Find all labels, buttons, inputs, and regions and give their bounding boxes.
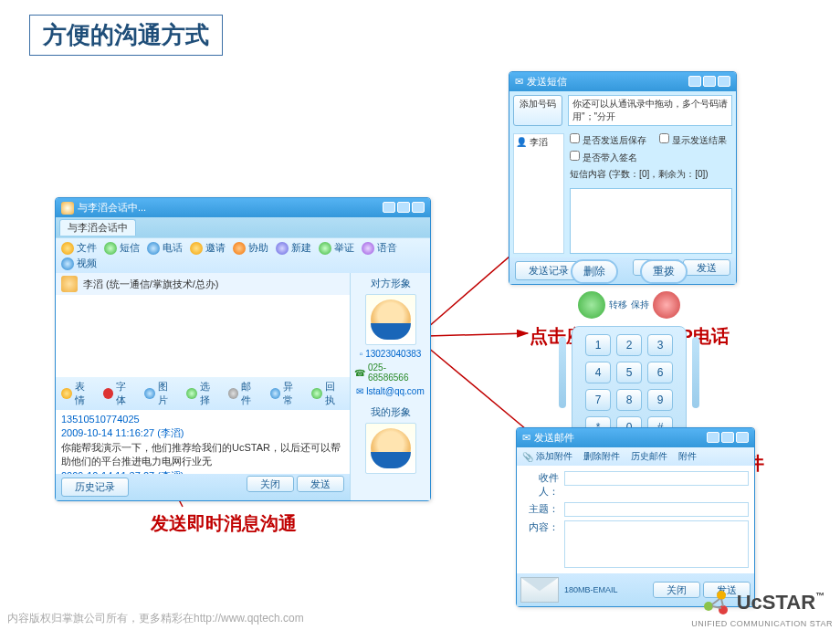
- transfer-label: 转移: [609, 299, 627, 311]
- svg-point-4: [704, 602, 713, 611]
- sms-icon: ✉: [515, 76, 523, 88]
- tel-link[interactable]: ☎025-68586566: [354, 362, 426, 383]
- call-transfer-icon[interactable]: [578, 291, 605, 319]
- mail-del-attach[interactable]: 删除附件: [583, 450, 620, 463]
- mobile-icon: ▫: [360, 349, 363, 359]
- slide-title: 方便的沟通方式: [43, 19, 209, 51]
- tb-new[interactable]: 新建: [276, 241, 311, 255]
- mail-history[interactable]: 历史邮件: [631, 450, 667, 463]
- sms-body-input[interactable]: [570, 188, 732, 254]
- mail-attach[interactable]: 附件: [678, 450, 697, 463]
- opt-showrecv[interactable]: 显示发送结果: [659, 133, 727, 147]
- mail-to-input[interactable]: [564, 471, 749, 486]
- envelope-icon: [520, 577, 559, 603]
- mtb-receipt[interactable]: 回执: [311, 380, 344, 407]
- tb-phone[interactable]: 电话: [147, 241, 183, 255]
- email-link[interactable]: ✉lstalt@qq.com: [356, 386, 425, 396]
- chat-close-button[interactable]: 关闭: [247, 476, 294, 492]
- mtb-image[interactable]: 图片: [144, 380, 177, 407]
- history-button[interactable]: 历史记录: [61, 478, 129, 497]
- key-9[interactable]: 9: [647, 389, 673, 411]
- slide-title-box: 方便的沟通方式: [29, 15, 223, 56]
- chat-window-title: 与李滔会话中...: [78, 201, 146, 215]
- sms-count-label: 短信内容 (字数：[0]，剩余为：[0]): [570, 168, 732, 181]
- self-avatar: [365, 423, 416, 474]
- mtb-emoji[interactable]: 表情: [61, 380, 94, 407]
- tb-file[interactable]: 文件: [61, 241, 97, 255]
- svg-line-2: [427, 347, 537, 438]
- keypad: 1 2 3 4 5 6 7 8 9 * 0 #: [585, 334, 673, 438]
- tb-video[interactable]: 视频: [61, 257, 97, 270]
- chat-send-button[interactable]: 发送: [297, 476, 344, 492]
- mtb-select[interactable]: 选择: [186, 380, 219, 407]
- key-6[interactable]: 6: [647, 362, 673, 383]
- other-avatar-label: 对方形象: [371, 277, 411, 290]
- key-4[interactable]: 4: [585, 362, 611, 383]
- mail-window-title: 发送邮件: [534, 431, 574, 445]
- mobile-link[interactable]: ▫13023040383: [360, 349, 422, 359]
- mail-body-input[interactable]: [564, 520, 749, 568]
- tb-voice[interactable]: 语音: [362, 241, 397, 255]
- tb-sms[interactable]: 短信: [104, 241, 140, 255]
- dial-delete-button[interactable]: 删除: [571, 259, 618, 284]
- annotation-im: 发送即时消息沟通: [151, 511, 297, 536]
- mtb-abnormal[interactable]: 异常: [270, 380, 303, 407]
- key-1[interactable]: 1: [585, 334, 611, 356]
- key-2[interactable]: 2: [616, 334, 642, 356]
- mail-to-label: 收件人：: [522, 471, 559, 499]
- mtb-font[interactable]: 字体: [103, 380, 136, 407]
- sms-window-title: 发送短信: [527, 75, 567, 89]
- key-3[interactable]: 3: [647, 334, 673, 356]
- sms-window: ✉发送短信 添加号码 你还可以从通讯录中拖动，多个号码请用"；"分开 👤 李滔 …: [509, 71, 737, 285]
- tb-evidence[interactable]: 举证: [319, 241, 354, 255]
- other-avatar: [365, 294, 416, 345]
- tb-invite[interactable]: 邀请: [190, 241, 226, 255]
- chat-tab[interactable]: 与李滔会话中: [59, 219, 136, 236]
- opt-sign[interactable]: 是否带入签名: [570, 151, 637, 164]
- app-icon: [61, 202, 74, 215]
- chat-window: 与李滔会话中... 与李滔会话中 文件 短信 电话 邀请 协助 新建 举证 语音…: [55, 197, 431, 501]
- key-8[interactable]: 8: [616, 389, 642, 411]
- pad-handle-left: [559, 337, 566, 408]
- opt-save[interactable]: 是否发送后保存: [570, 133, 646, 147]
- svg-line-1: [427, 333, 528, 336]
- tb-assist[interactable]: 协助: [233, 241, 268, 255]
- conversation-area: [56, 295, 350, 377]
- mail-subject-label: 主题：: [522, 502, 559, 516]
- add-number-button[interactable]: 添加号码: [513, 95, 562, 126]
- mail-window-controls[interactable]: [705, 432, 749, 445]
- key-5[interactable]: 5: [616, 362, 642, 383]
- svg-point-6: [719, 605, 728, 614]
- self-avatar-label: 我的形象: [371, 405, 411, 419]
- mail-body-label: 内容：: [522, 520, 559, 534]
- chat-toolbar: 文件 短信 电话 邀请 协助 新建 举证 语音 视频: [56, 237, 430, 273]
- mail-title-icon: ✉: [522, 432, 530, 444]
- mail-add-attach[interactable]: 📎 添加附件: [522, 450, 572, 463]
- phone-icon: ☎: [354, 368, 365, 378]
- mail-subject-input[interactable]: [564, 502, 749, 517]
- pad-handle-right: [692, 337, 699, 408]
- footer-copyright: 内容版权归掌旗公司所有，更多精彩在http://www.qqtech.com: [7, 611, 304, 626]
- sms-hint: 你还可以从通讯录中拖动，多个号码请用"；"分开: [568, 95, 732, 126]
- key-7[interactable]: 7: [585, 389, 611, 411]
- svg-point-5: [717, 591, 726, 600]
- message-log: 13510510774025 2009-10-14 11:16:27 (李滔) …: [56, 410, 350, 474]
- window-controls[interactable]: [381, 202, 425, 215]
- mtb-mail[interactable]: 邮件: [228, 380, 261, 407]
- contact-name: 李滔 (统一通信/掌旗技术/总办): [83, 278, 219, 291]
- mail-icon: ✉: [356, 386, 363, 396]
- mail-size-label: 180MB-EMAIL: [564, 585, 618, 594]
- recipient-list[interactable]: 👤 李滔: [513, 133, 564, 254]
- sms-window-controls[interactable]: [687, 76, 730, 89]
- mail-window: ✉发送邮件 📎 添加附件 删除附件 历史邮件 附件 收件人： 主题： 内容： 1…: [516, 427, 755, 607]
- contact-avatar-sm: [61, 276, 78, 292]
- hold-label: 保持: [631, 299, 649, 311]
- brand-logo: UcSTAR™ UNIFIED COMMUNICATION STAR: [691, 586, 833, 628]
- dial-redial-button[interactable]: 重拨: [640, 259, 688, 284]
- call-hangup-icon[interactable]: [653, 291, 680, 319]
